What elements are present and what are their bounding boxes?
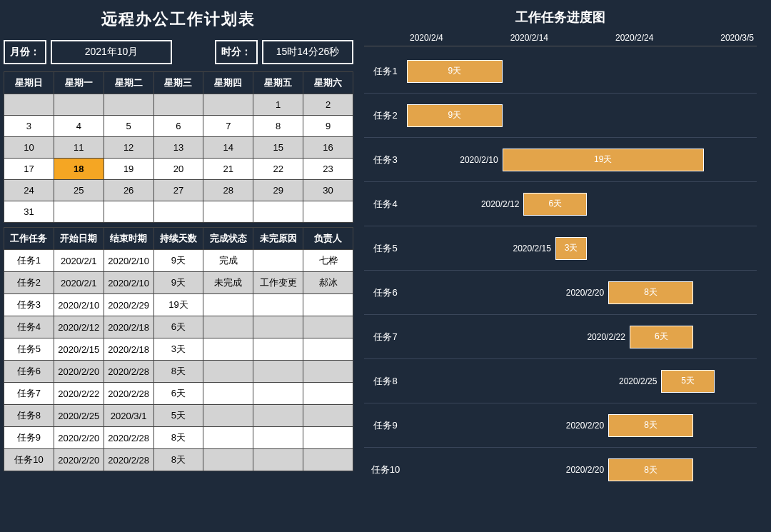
task-cell: 9天: [153, 272, 203, 294]
calendar-header: 星期六: [303, 72, 353, 94]
calendar-cell[interactable]: 23: [303, 159, 353, 180]
calendar-cell[interactable]: 6: [153, 116, 203, 137]
task-cell: [253, 250, 303, 272]
task-cell: [253, 405, 303, 427]
task-cell: 2020/2/22: [54, 383, 104, 405]
task-cell: 2020/2/28: [104, 427, 153, 449]
calendar-cell[interactable]: 19: [104, 159, 153, 180]
time-value: 15时14分26秒: [262, 40, 353, 64]
task-cell: 8天: [153, 427, 203, 449]
calendar-cell[interactable]: [303, 201, 353, 223]
task-cell: 任务10: [4, 449, 54, 471]
calendar-cell[interactable]: [54, 201, 104, 223]
gantt-task-label: 任务3: [364, 154, 407, 166]
calendar-header: 星期日: [4, 72, 54, 94]
calendar-cell[interactable]: [54, 94, 104, 116]
calendar-cell[interactable]: [153, 94, 203, 116]
calendar-cell[interactable]: 27: [153, 180, 203, 201]
task-cell: 任务2: [4, 272, 54, 294]
task-cell: 9天: [153, 250, 203, 272]
gantt-task-label: 任务2: [364, 109, 407, 122]
gantt-task-label: 任务6: [364, 286, 407, 299]
task-cell: 8天: [153, 361, 203, 383]
gantt-bar: 5天: [661, 370, 714, 393]
task-cell: 任务7: [4, 383, 54, 405]
gantt-bar: 9天: [407, 104, 503, 127]
gantt-bar: 19天: [503, 149, 704, 171]
gantt-row: 任务29天: [364, 94, 757, 138]
calendar-cell[interactable]: [104, 94, 153, 116]
calendar-cell[interactable]: 8: [253, 116, 303, 137]
calendar-cell[interactable]: 13: [153, 137, 203, 159]
calendar-cell[interactable]: 14: [203, 137, 253, 159]
calendar-cell[interactable]: 9: [303, 116, 353, 137]
gantt-bar: 8天: [608, 281, 693, 304]
task-cell: [253, 361, 303, 383]
task-header: 结束时期: [104, 228, 153, 250]
calendar-cell[interactable]: 25: [54, 180, 104, 201]
calendar-cell[interactable]: 29: [253, 180, 303, 201]
task-cell: 19天: [153, 294, 203, 316]
calendar-cell[interactable]: 16: [303, 137, 353, 159]
task-cell: [303, 449, 353, 471]
gantt-task-label: 任务4: [364, 198, 407, 211]
calendar-header: 星期五: [253, 72, 303, 94]
task-cell: 2020/2/15: [54, 338, 104, 361]
task-cell: 任务1: [4, 250, 54, 272]
calendar-cell[interactable]: 17: [4, 159, 54, 180]
calendar-cell[interactable]: [4, 94, 54, 116]
calendar-cell[interactable]: 30: [303, 180, 353, 201]
task-cell: 2020/2/29: [104, 294, 153, 316]
calendar-cell[interactable]: 31: [4, 201, 54, 223]
task-cell: 任务8: [4, 405, 54, 427]
calendar-cell[interactable]: 2: [303, 94, 353, 116]
task-cell: [203, 427, 253, 449]
task-header: 未完原因: [253, 228, 303, 250]
task-cell: [203, 316, 253, 338]
meta-row: 月份： 2021年10月 时分： 15时14分26秒: [0, 40, 357, 69]
calendar-cell[interactable]: 11: [54, 137, 104, 159]
task-cell: [253, 427, 303, 449]
calendar-cell[interactable]: 4: [54, 116, 104, 137]
calendar-cell[interactable]: 18: [54, 159, 104, 180]
calendar-cell[interactable]: [253, 201, 303, 223]
gantt-row: 任务32020/2/1019天: [364, 138, 757, 182]
task-cell: [303, 405, 353, 427]
calendar-cell[interactable]: [203, 201, 253, 223]
gantt-row: 任务102020/2/208天: [364, 448, 757, 492]
calendar-cell[interactable]: [203, 94, 253, 116]
task-cell: 2020/2/10: [104, 250, 153, 272]
calendar-cell[interactable]: 1: [253, 94, 303, 116]
task-cell: 2020/2/1: [54, 250, 104, 272]
task-header: 开始日期: [54, 228, 104, 250]
calendar-cell[interactable]: 10: [4, 137, 54, 159]
task-cell: [253, 294, 303, 316]
calendar-cell[interactable]: 3: [4, 116, 54, 137]
calendar-cell[interactable]: 24: [4, 180, 54, 201]
gantt-start-label: 2020/2/20: [407, 421, 608, 431]
task-cell: [203, 449, 253, 471]
gantt-start-label: 2020/2/25: [407, 376, 661, 386]
calendar-cell[interactable]: [104, 201, 153, 223]
gantt-row: 任务19天: [364, 49, 757, 94]
calendar-cell[interactable]: [153, 201, 203, 223]
axis-tick: 2020/3/5: [720, 33, 754, 43]
calendar-cell[interactable]: 20: [153, 159, 203, 180]
calendar-cell[interactable]: 7: [203, 116, 253, 137]
task-cell: 任务6: [4, 361, 54, 383]
calendar-cell[interactable]: 26: [104, 180, 153, 201]
gantt-bar: 9天: [407, 60, 503, 83]
calendar-table: 星期日星期一星期二星期三星期四星期五星期六 123456789101112131…: [4, 71, 353, 223]
task-cell: [303, 294, 353, 316]
tasks-table: 工作任务开始日期结束时期持续天数完成状态未完原因负责人 任务12020/2/12…: [4, 227, 353, 471]
gantt-bar: 6天: [523, 193, 587, 216]
gantt-task-label: 任务1: [364, 65, 407, 78]
calendar-cell[interactable]: 28: [203, 180, 253, 201]
calendar-cell[interactable]: 22: [253, 159, 303, 180]
task-cell: [203, 338, 253, 361]
calendar-cell[interactable]: 21: [203, 159, 253, 180]
calendar-cell[interactable]: 15: [253, 137, 303, 159]
calendar-cell[interactable]: 5: [104, 116, 153, 137]
calendar-cell[interactable]: 12: [104, 137, 153, 159]
task-cell: [203, 294, 253, 316]
